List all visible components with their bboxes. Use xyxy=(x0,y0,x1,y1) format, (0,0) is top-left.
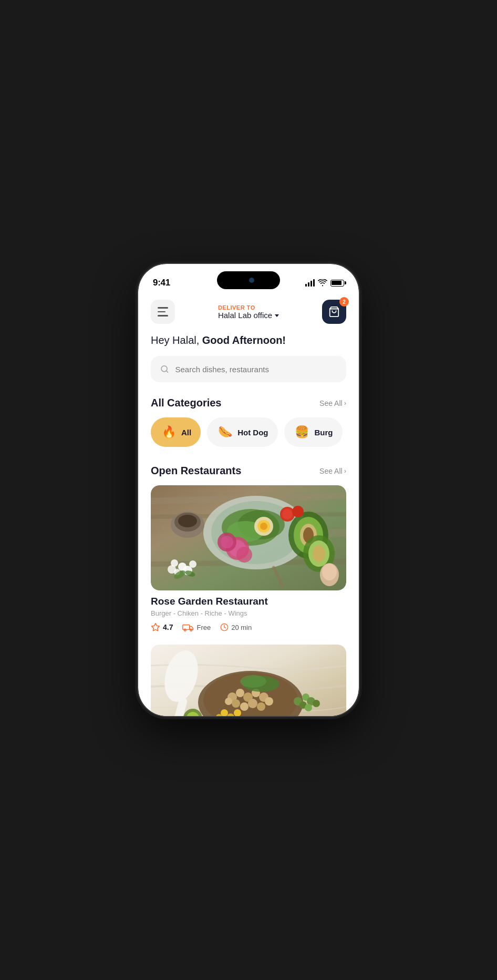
hotdog-icon: 🌭 xyxy=(216,424,233,441)
category-label-burger: Burg xyxy=(315,428,333,437)
status-icons xyxy=(305,279,344,287)
restaurant-name-1: Rose Garden Restaurant xyxy=(151,596,346,607)
svg-point-18 xyxy=(221,536,233,548)
category-label-hotdog: Hot Dog xyxy=(237,428,268,437)
svg-point-52 xyxy=(236,689,244,697)
phone-screen: 9:41 xyxy=(138,264,359,716)
see-all-chevron-icon: › xyxy=(344,399,346,407)
cart-button[interactable]: 2 xyxy=(322,300,346,324)
restaurant-image-2 xyxy=(151,645,346,716)
svg-point-56 xyxy=(265,697,273,706)
restaurant-image-1 xyxy=(151,485,346,590)
category-item-burger[interactable]: 🍔 Burg xyxy=(284,417,343,447)
restaurant-card-1[interactable]: Rose Garden Restaurant Burger - Chiken -… xyxy=(151,485,346,634)
fire-icon: 🔥 xyxy=(160,424,177,441)
delivery-time-label: 20 min xyxy=(231,624,252,631)
restaurant-tags-1: Burger - Chiken - Riche - Wings xyxy=(151,609,346,617)
category-label-all: All xyxy=(181,428,191,437)
cart-icon xyxy=(328,306,340,318)
search-input[interactable] xyxy=(175,365,337,374)
status-time: 9:41 xyxy=(153,278,170,288)
svg-rect-44 xyxy=(183,625,190,630)
dynamic-island xyxy=(217,271,280,289)
category-item-hotdog[interactable]: 🌭 Hot Dog xyxy=(207,417,277,447)
restaurant-card-2[interactable] xyxy=(151,645,346,716)
svg-point-61 xyxy=(225,698,232,705)
camera-dot xyxy=(249,278,254,283)
svg-point-66 xyxy=(305,704,312,711)
header: DELIVER TO Halal Lab office 2 xyxy=(151,293,346,332)
restaurant-meta-1: 4.7 Free xyxy=(151,622,346,632)
rating-value: 4.7 xyxy=(163,623,173,631)
svg-point-28 xyxy=(282,509,293,519)
svg-point-67 xyxy=(313,700,320,707)
svg-point-14 xyxy=(260,523,267,530)
phone-frame: 9:41 xyxy=(138,264,359,716)
delivery-icon xyxy=(182,623,194,631)
battery-icon xyxy=(330,280,344,287)
restaurant-info-1: Rose Garden Restaurant Burger - Chiken -… xyxy=(151,590,346,634)
greeting-section: Hey Halal, Good Afternoon! xyxy=(151,332,346,356)
menu-button[interactable] xyxy=(151,300,175,324)
menu-lines-icon xyxy=(158,307,168,317)
svg-point-60 xyxy=(257,702,265,711)
restaurant-rating: 4.7 xyxy=(151,622,173,632)
categories-scroll: 🔥 All 🌭 Hot Dog 🍔 Burg xyxy=(151,417,346,449)
categories-title: All Categories xyxy=(151,397,221,409)
search-icon xyxy=(160,364,169,374)
wifi-icon xyxy=(318,279,327,287)
search-bar[interactable] xyxy=(151,356,346,382)
svg-point-58 xyxy=(240,702,248,711)
categories-see-all[interactable]: See All › xyxy=(319,399,346,407)
location-text: Halal Lab office xyxy=(218,311,272,320)
star-icon xyxy=(151,622,160,632)
svg-point-29 xyxy=(292,506,304,517)
svg-point-42 xyxy=(322,564,337,580)
svg-point-26 xyxy=(313,545,325,562)
categories-header: All Categories See All › xyxy=(151,397,346,409)
svg-point-77 xyxy=(240,675,266,688)
main-content: DELIVER TO Halal Lab office 2 xyxy=(138,293,359,716)
delivery-free-label: Free xyxy=(196,624,211,631)
deliver-info: DELIVER TO Halal Lab office xyxy=(218,304,279,320)
greeting-text: Hey Halal, Good Afternoon! xyxy=(151,334,346,346)
chevron-down-icon xyxy=(275,314,279,317)
svg-point-38 xyxy=(168,565,176,574)
restaurants-title: Open Restaurants xyxy=(151,465,241,477)
svg-point-57 xyxy=(232,699,240,708)
clock-icon xyxy=(220,623,229,631)
svg-point-37 xyxy=(189,560,196,568)
restaurants-see-all[interactable]: See All › xyxy=(319,467,346,475)
restaurant-time: 20 min xyxy=(220,623,252,631)
deliver-location[interactable]: Halal Lab office xyxy=(218,311,279,320)
burger-icon: 🍔 xyxy=(294,424,310,441)
svg-point-59 xyxy=(248,699,257,708)
svg-point-32 xyxy=(178,515,197,527)
cart-badge: 2 xyxy=(339,297,349,307)
restaurant-delivery: Free xyxy=(182,623,211,631)
category-item-all[interactable]: 🔥 All xyxy=(151,417,201,447)
deliver-label: DELIVER TO xyxy=(218,304,255,311)
svg-point-19 xyxy=(236,547,252,563)
restaurants-header: Open Restaurants See All › xyxy=(151,465,346,477)
signal-bars-icon xyxy=(305,279,315,287)
restaurants-see-all-chevron-icon: › xyxy=(344,467,346,475)
